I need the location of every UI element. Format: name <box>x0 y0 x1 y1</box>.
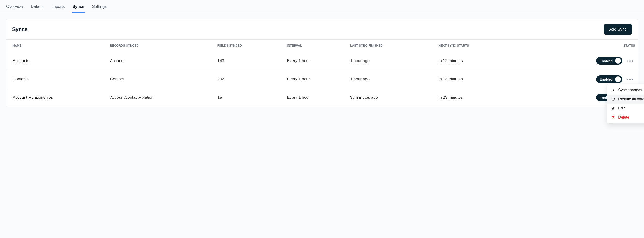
tab-imports[interactable]: Imports <box>51 3 66 13</box>
tab-syncs[interactable]: Syncs <box>72 3 85 13</box>
next-sync-time: in 13 minutes <box>439 77 463 82</box>
table-row: Account Relationships AccountContactRela… <box>6 88 638 107</box>
tab-overview[interactable]: Overview <box>6 3 24 13</box>
pencil-icon <box>611 107 615 110</box>
sync-interval: Every 1 hour <box>284 88 347 107</box>
sync-name-link[interactable]: Accounts <box>13 58 29 63</box>
col-header-name: NAME <box>6 40 107 52</box>
panel-header: Syncs Add Sync <box>6 19 638 40</box>
records-synced: Contact <box>107 70 214 88</box>
toggle-knob <box>615 76 621 82</box>
last-sync-time: 1 hour ago <box>350 77 370 82</box>
col-header-next: NEXT SYNC STARTS <box>436 40 518 52</box>
next-sync-time: in 12 minutes <box>439 58 463 63</box>
sync-interval: Every 1 hour <box>284 52 347 70</box>
last-sync-time: 36 minutes ago <box>350 95 378 100</box>
menu-resync-all-data[interactable]: Resync all data <box>607 95 644 104</box>
tab-settings[interactable]: Settings <box>92 3 107 13</box>
tab-data-in[interactable]: Data in <box>30 3 44 13</box>
col-header-records: RECORDS SYNCED <box>107 40 214 52</box>
col-header-last: LAST SYNC FINISHED <box>347 40 436 52</box>
row-actions-menu: Sync changes now Resync all data Edit De… <box>607 84 644 113</box>
col-header-interval: INTERVAL <box>284 40 347 52</box>
fields-synced: 143 <box>214 52 284 70</box>
fields-synced: 15 <box>214 88 284 107</box>
more-actions-button[interactable] <box>626 76 633 82</box>
menu-label: Sync changes now <box>618 88 644 92</box>
svg-marker-0 <box>612 89 614 92</box>
syncs-panel: Syncs Add Sync NAME RECORDS SYNCED FIELD… <box>6 19 638 107</box>
ellipsis-icon <box>627 79 633 80</box>
records-synced: Account <box>107 52 214 70</box>
menu-label: Edit <box>618 106 625 110</box>
panel-title: Syncs <box>12 26 28 32</box>
menu-sync-changes-now[interactable]: Sync changes now <box>607 86 644 95</box>
next-sync-time: in 23 minutes <box>439 95 463 100</box>
sync-name-link[interactable]: Account Relationships <box>13 95 53 100</box>
add-sync-button[interactable]: Add Sync <box>604 24 632 34</box>
table-row: Accounts Account 143 Every 1 hour 1 hour… <box>6 52 638 70</box>
ellipsis-icon <box>627 60 633 61</box>
sync-interval: Every 1 hour <box>284 70 347 88</box>
toggle-label: Enabled <box>600 77 613 81</box>
last-sync-time: 1 hour ago <box>350 58 370 63</box>
refresh-icon <box>611 98 615 101</box>
syncs-table: NAME RECORDS SYNCED FIELDS SYNCED INTERV… <box>6 40 638 107</box>
status-toggle[interactable]: Enabled <box>596 57 622 65</box>
records-synced: AccountContactRelation <box>107 88 214 107</box>
fields-synced: 202 <box>214 70 284 88</box>
sync-name-link[interactable]: Contacts <box>13 77 29 82</box>
menu-edit[interactable]: Edit <box>607 104 644 113</box>
play-icon <box>611 88 615 92</box>
toggle-knob <box>615 58 621 64</box>
table-row: Contacts Contact 202 Every 1 hour 1 hour… <box>6 70 638 88</box>
col-header-fields: FIELDS SYNCED <box>214 40 284 52</box>
col-header-status: STATUS <box>518 40 638 52</box>
more-actions-button[interactable] <box>626 57 633 64</box>
status-toggle[interactable]: Enabled <box>596 75 622 83</box>
toggle-label: Enabled <box>600 59 613 63</box>
menu-label: Resync all data <box>618 97 644 101</box>
tab-bar: Overview Data in Imports Syncs Settings <box>0 0 644 13</box>
